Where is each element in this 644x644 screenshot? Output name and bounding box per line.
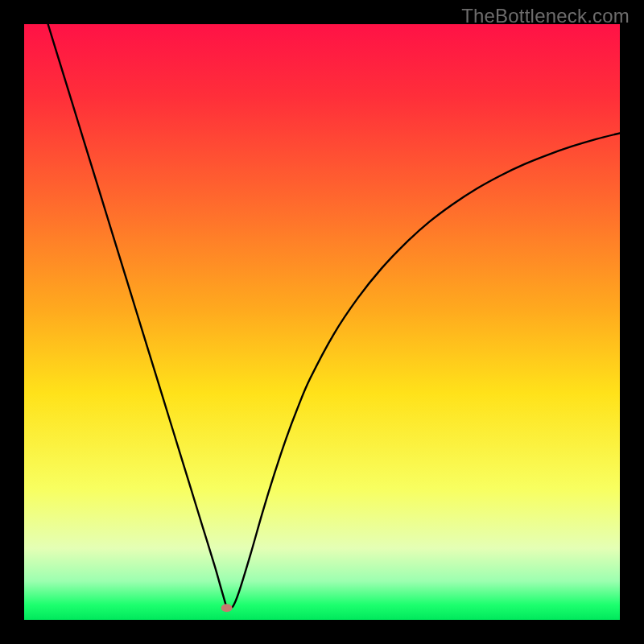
optimum-marker	[221, 604, 233, 612]
chart-svg	[24, 24, 620, 620]
gradient-background	[24, 24, 620, 620]
plot-area	[24, 24, 620, 620]
chart-frame: TheBottleneck.com	[0, 0, 644, 644]
